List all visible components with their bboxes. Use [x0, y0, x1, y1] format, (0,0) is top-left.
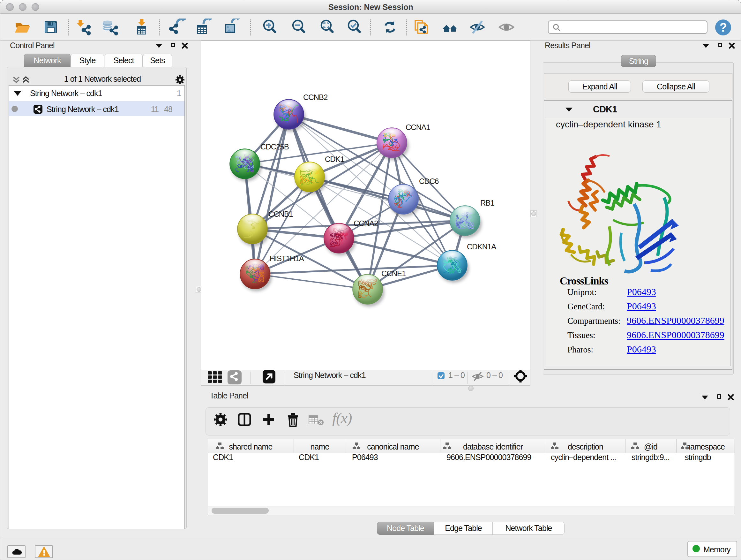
- svg-text:CDK1: CDK1: [325, 155, 344, 164]
- svg-text:RB1: RB1: [480, 199, 494, 207]
- svg-text:CDC6: CDC6: [419, 177, 439, 186]
- svg-text:CCNB2: CCNB2: [303, 93, 328, 102]
- svg-text:CCNB1: CCNB1: [268, 210, 293, 219]
- svg-text:CCNE1: CCNE1: [381, 269, 406, 278]
- svg-text:HIST1H1A: HIST1H1A: [270, 254, 304, 263]
- svg-text:CDC25B: CDC25B: [260, 142, 289, 151]
- svg-text:CCNA2: CCNA2: [354, 219, 378, 228]
- svg-text:CCNA1: CCNA1: [406, 123, 430, 132]
- svg-text:?: ?: [720, 21, 727, 34]
- svg-text:CDKN1A: CDKN1A: [467, 242, 496, 251]
